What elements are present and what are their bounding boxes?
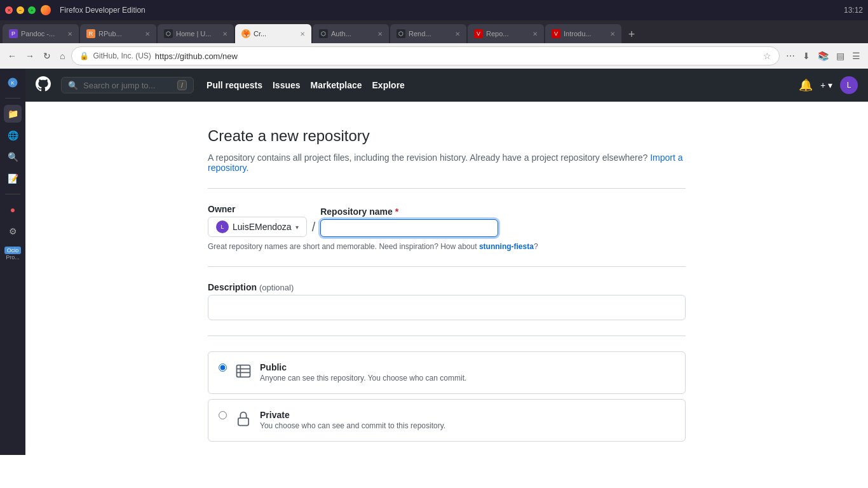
nav-marketplace[interactable]: Marketplace bbox=[311, 80, 362, 90]
page-title: Create a new repository bbox=[208, 127, 686, 145]
subtitle-text: A repository contains all project files,… bbox=[208, 152, 648, 163]
kde-files-icon[interactable]: 📁 bbox=[4, 105, 22, 123]
minimize-button[interactable]: − bbox=[17, 6, 24, 14]
required-indicator: * bbox=[395, 207, 398, 217]
tab-favicon-4: 🦊 bbox=[241, 29, 250, 38]
tab-close-8[interactable]: ✕ bbox=[610, 30, 615, 37]
private-icon bbox=[234, 410, 252, 431]
private-option[interactable]: Private You choose who can see and commi… bbox=[208, 399, 686, 442]
tab-title-7: Repo... bbox=[486, 30, 529, 37]
visibility-section: Public Anyone can see this repository. Y… bbox=[208, 351, 686, 442]
svg-text:K: K bbox=[11, 80, 14, 86]
home-button[interactable]: ⌂ bbox=[57, 48, 67, 64]
public-label: Public bbox=[260, 362, 466, 372]
tab-bar: P Pandoc -... ✕ R RPub... ✕ ⬡ Home | U..… bbox=[0, 20, 868, 43]
org-label: GitHub, Inc. (US) bbox=[93, 51, 151, 60]
suggestion-link[interactable]: stunning-fiesta bbox=[479, 242, 534, 251]
svg-rect-2 bbox=[237, 365, 250, 377]
page-subtitle: A repository contains all project files,… bbox=[208, 152, 686, 173]
desc-label: Description (optional) bbox=[208, 282, 686, 292]
new-tab-button[interactable]: + bbox=[623, 25, 641, 43]
tab-close-3[interactable]: ✕ bbox=[222, 30, 227, 37]
extensions-button[interactable]: ⋯ bbox=[783, 48, 797, 64]
nav-explore[interactable]: Explore bbox=[372, 80, 405, 90]
tab-title-1: Pandoc -... bbox=[21, 30, 64, 37]
tab-close-7[interactable]: ✕ bbox=[532, 30, 538, 37]
search-input[interactable] bbox=[83, 81, 172, 90]
nav-pull-requests[interactable]: Pull requests bbox=[207, 80, 262, 90]
public-icon bbox=[234, 362, 252, 383]
repo-name-input[interactable] bbox=[320, 219, 498, 237]
tab-close-5[interactable]: ✕ bbox=[377, 30, 383, 37]
forward-button[interactable]: → bbox=[23, 48, 37, 64]
github-logo[interactable] bbox=[36, 76, 51, 95]
owner-name: LuisEMendoza bbox=[233, 222, 292, 232]
public-desc: Anyone can see this repository. You choo… bbox=[260, 374, 466, 383]
repo-name-label: Repository name * bbox=[320, 207, 686, 217]
close-button[interactable]: ✕ bbox=[5, 6, 13, 14]
user-avatar[interactable]: L bbox=[840, 76, 858, 94]
tab-favicon-3: ⬡ bbox=[164, 29, 173, 38]
tab-close-6[interactable]: ✕ bbox=[455, 30, 460, 37]
page-content: Create a new repository A repository con… bbox=[25, 102, 868, 455]
browser-tab-8[interactable]: V Introdu... ✕ bbox=[545, 24, 621, 43]
browser-tab-2[interactable]: R RPub... ✕ bbox=[80, 24, 156, 43]
browser-tab-7[interactable]: V Repo... ✕ bbox=[468, 24, 544, 43]
desc-divider bbox=[208, 266, 686, 267]
menu-button[interactable]: ☰ bbox=[850, 48, 863, 64]
tab-favicon-6: ⬡ bbox=[397, 29, 405, 38]
kde-text-icon[interactable]: 📝 bbox=[4, 170, 22, 187]
browser-tab-3[interactable]: ⬡ Home | U... ✕ bbox=[158, 24, 234, 43]
tab-close-2[interactable]: ✕ bbox=[145, 30, 150, 37]
address-input-wrap[interactable]: 🔒 GitHub, Inc. (US) https://github.com/n… bbox=[71, 46, 780, 65]
visibility-divider bbox=[208, 336, 686, 336]
library-button[interactable]: 📚 bbox=[815, 48, 831, 64]
owner-label: Owner bbox=[208, 204, 307, 214]
download-button[interactable]: ⬇ bbox=[800, 48, 813, 64]
github-nav-links: Pull requests Issues Marketplace Explore bbox=[207, 80, 405, 90]
private-label: Private bbox=[260, 410, 445, 420]
maximize-button[interactable]: + bbox=[28, 6, 36, 14]
public-option[interactable]: Public Anyone can see this repository. Y… bbox=[208, 351, 686, 394]
owner-select[interactable]: L LuisEMendoza ▾ bbox=[208, 217, 307, 237]
tab-favicon-5: ⬡ bbox=[319, 29, 328, 38]
kde-settings-icon[interactable]: ⚙ bbox=[4, 222, 22, 240]
desc-optional: (optional) bbox=[259, 283, 294, 292]
nav-issues[interactable]: Issues bbox=[273, 80, 301, 90]
tab-favicon-7: V bbox=[474, 29, 483, 38]
reload-button[interactable]: ↻ bbox=[41, 48, 53, 64]
title-bar: ✕ − + Firefox Developer Edition 13:12 bbox=[0, 0, 868, 20]
tab-favicon-8: V bbox=[552, 29, 560, 38]
public-radio[interactable] bbox=[219, 363, 227, 372]
sidebar-divider-2 bbox=[5, 194, 20, 194]
tab-close-4[interactable]: ✕ bbox=[300, 30, 305, 37]
tab-close-1[interactable]: ✕ bbox=[67, 30, 72, 37]
notification-bell[interactable]: 🔔 bbox=[799, 78, 813, 92]
kde-home-icon[interactable]: K bbox=[4, 74, 22, 92]
create-new-button[interactable]: + ▾ bbox=[820, 80, 832, 90]
browser-tab-1[interactable]: P Pandoc -... ✕ bbox=[3, 24, 79, 43]
description-input[interactable] bbox=[208, 295, 686, 320]
browser-tab-5[interactable]: ⬡ Auth... ✕ bbox=[313, 24, 389, 43]
svg-rect-6 bbox=[238, 418, 248, 426]
browser-tab-6[interactable]: ⬡ Rend... ✕ bbox=[390, 24, 466, 43]
address-url[interactable]: https://github.com/new bbox=[155, 51, 759, 61]
tab-favicon-1: P bbox=[9, 29, 18, 38]
browser-logo bbox=[41, 5, 51, 15]
kde-sidebar: K 📁 🌐 🔍 📝 ● ⚙ Ocio Pro... bbox=[0, 69, 25, 455]
private-radio[interactable] bbox=[219, 411, 227, 419]
owner-chevron-icon: ▾ bbox=[295, 224, 299, 231]
clock: 13:12 bbox=[844, 6, 863, 15]
github-search[interactable]: 🔍 / bbox=[61, 77, 194, 93]
bookmark-icon[interactable]: ☆ bbox=[763, 51, 771, 61]
section-divider bbox=[208, 188, 686, 189]
sidebar-divider-1 bbox=[5, 98, 20, 98]
kde-network-icon[interactable]: 🌐 bbox=[4, 126, 22, 144]
kde-search-icon[interactable]: 🔍 bbox=[4, 148, 22, 166]
kde-ocio-icon[interactable]: Ocio Pro... bbox=[4, 244, 22, 263]
search-icon: 🔍 bbox=[68, 81, 78, 90]
browser-tab-4[interactable]: 🦊 Cr... ✕ bbox=[235, 24, 311, 43]
sidebar-button[interactable]: ▤ bbox=[834, 48, 847, 64]
back-button[interactable]: ← bbox=[5, 48, 19, 64]
kde-red-icon[interactable]: ● bbox=[4, 201, 22, 219]
